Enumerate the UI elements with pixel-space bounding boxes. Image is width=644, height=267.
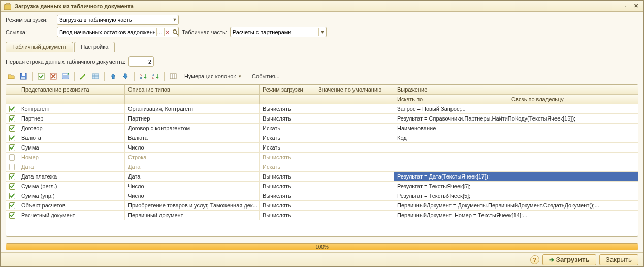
cell-types[interactable]: Число: [125, 191, 260, 200]
cell-default[interactable]: [315, 162, 394, 171]
row-check-cell[interactable]: [6, 172, 18, 181]
table-row[interactable]: ПартнерПартнерВычислятьРезультат = Справ…: [6, 114, 638, 124]
row-checkbox[interactable]: [9, 135, 15, 141]
cell-name[interactable]: Расчетный документ: [18, 211, 125, 220]
tabpart-input[interactable]: [233, 29, 317, 35]
save-icon[interactable]: [18, 71, 29, 82]
table-row[interactable]: КонтрагентОрганизация, КонтрагентВычисля…: [6, 104, 638, 114]
close-window-button[interactable]: ✕: [631, 3, 640, 10]
ellipsis-icon[interactable]: …: [156, 28, 163, 36]
maximize-button[interactable]: ▫: [620, 3, 629, 10]
cell-mode[interactable]: Вычислять: [260, 153, 315, 162]
row-checkbox[interactable]: [9, 164, 15, 170]
cell-name[interactable]: Номер: [18, 153, 125, 162]
table-row[interactable]: Сумма (регл.)ЧислоВычислятьРезультат = Т…: [6, 182, 638, 191]
col-mode[interactable]: Режим загрузки: [260, 85, 315, 94]
row-check-cell[interactable]: [6, 191, 18, 200]
list-icon[interactable]: [90, 71, 101, 82]
events-button[interactable]: События...: [247, 71, 284, 82]
col-check[interactable]: [6, 85, 18, 94]
mode-select[interactable]: ▼: [57, 15, 179, 25]
table-row[interactable]: СуммаЧислоИскать: [6, 143, 638, 153]
cell-mode[interactable]: Вычислять: [260, 114, 315, 123]
minimize-button[interactable]: _: [609, 3, 618, 10]
cell-types[interactable]: Число: [125, 143, 260, 152]
cell-mode[interactable]: Вычислять: [260, 104, 315, 113]
cell-types[interactable]: Число: [125, 182, 260, 191]
col-name[interactable]: Представление реквизита: [18, 85, 125, 94]
row-check-cell[interactable]: [6, 114, 18, 123]
load-button[interactable]: ➔ Загрузить: [542, 254, 596, 265]
cell-expression[interactable]: Результат = Дата(ТекстыЯчеек[17]);: [394, 172, 638, 181]
cell-types[interactable]: Дата: [125, 162, 260, 171]
tab-table-document[interactable]: Табличный документ: [6, 42, 73, 52]
table-row[interactable]: ДатаДатаИскать: [6, 162, 638, 172]
cell-mode[interactable]: Искать: [260, 162, 315, 171]
close-button[interactable]: Закрыть: [599, 254, 638, 265]
col-search-by[interactable]: Искать по: [394, 95, 508, 104]
cell-default[interactable]: [315, 201, 394, 210]
renumber-icon[interactable]: [60, 71, 71, 82]
table-row[interactable]: Дата платежаДатаВычислятьРезультат = Дат…: [6, 172, 638, 182]
row-checkbox[interactable]: [9, 193, 15, 199]
cell-name[interactable]: Сумма (регл.): [18, 182, 125, 191]
table-row[interactable]: НомерСтрокаВычислять: [6, 153, 638, 162]
row-check-cell[interactable]: [6, 153, 18, 162]
table-row[interactable]: Сумма (упр.)ЧислоВычислятьРезультат = Те…: [6, 191, 638, 201]
tab-settings[interactable]: Настройка: [74, 42, 115, 52]
edit-icon[interactable]: [78, 71, 89, 82]
col-default[interactable]: Значение по умолчанию: [315, 85, 394, 94]
row-checkbox[interactable]: [9, 144, 15, 151]
row-checkbox[interactable]: [9, 173, 15, 180]
col-owner-link[interactable]: Связь по владельцу: [508, 95, 638, 104]
cell-types[interactable]: Первичный документ: [125, 211, 260, 220]
open-icon[interactable]: [6, 71, 17, 82]
cell-default[interactable]: [315, 211, 394, 220]
cell-expression[interactable]: Наименование: [394, 124, 638, 133]
cell-name[interactable]: Партнер: [18, 114, 125, 123]
cell-types[interactable]: Договор с контрагентом: [125, 124, 260, 133]
cell-mode[interactable]: Вычислять: [260, 172, 315, 181]
cell-expression[interactable]: [394, 143, 638, 152]
cell-types[interactable]: Дата: [125, 172, 260, 181]
cell-name[interactable]: Дата: [18, 162, 125, 171]
cell-default[interactable]: [315, 143, 394, 152]
cell-default[interactable]: [315, 191, 394, 200]
columns-icon[interactable]: [168, 71, 179, 82]
cell-mode[interactable]: Вычислять: [260, 211, 315, 220]
numbering-button[interactable]: Нумерация колонок ▼: [180, 71, 246, 82]
row-check-cell[interactable]: [6, 104, 18, 113]
cell-mode[interactable]: Вычислять: [260, 191, 315, 200]
cell-name[interactable]: Объект расчетов: [18, 201, 125, 210]
cell-expression[interactable]: Результат = Справочники.Партнеры.НайтиПо…: [394, 114, 638, 123]
cell-expression[interactable]: [394, 153, 638, 162]
cell-types[interactable]: Организация, Контрагент: [125, 104, 260, 113]
search-icon[interactable]: [172, 28, 178, 36]
cell-expression[interactable]: Результат = ТекстыЯчеек[5];: [394, 182, 638, 191]
mode-input[interactable]: [59, 17, 170, 23]
row-checkbox[interactable]: [9, 183, 15, 190]
col-expression[interactable]: Выражение: [394, 85, 638, 94]
cell-default[interactable]: [315, 124, 394, 133]
row-checkbox[interactable]: [9, 125, 15, 132]
sort-desc-icon[interactable]: ЯА: [150, 71, 161, 82]
grid-body[interactable]: КонтрагентОрганизация, КонтрагентВычисля…: [6, 104, 638, 236]
ref-field[interactable]: … ✕: [57, 27, 179, 37]
row-checkbox[interactable]: [9, 154, 15, 161]
cell-name[interactable]: Сумма (упр.): [18, 191, 125, 200]
tabpart-select[interactable]: ▼: [230, 27, 327, 37]
move-up-icon[interactable]: [108, 71, 119, 82]
cell-name[interactable]: Дата платежа: [18, 172, 125, 181]
cell-mode[interactable]: Искать: [260, 143, 315, 152]
cell-name[interactable]: Контрагент: [18, 104, 125, 113]
cell-expression[interactable]: Код: [394, 133, 638, 142]
cell-expression[interactable]: [394, 162, 638, 171]
row-check-cell[interactable]: [6, 162, 18, 171]
firstline-input[interactable]: [131, 58, 151, 65]
cell-mode[interactable]: Вычислять: [260, 182, 315, 191]
cell-mode[interactable]: Вычислять: [260, 201, 315, 210]
chevron-down-icon[interactable]: ▼: [318, 28, 326, 36]
cell-default[interactable]: [315, 114, 394, 123]
cell-types[interactable]: Приобретение товаров и услуг, Таможенная…: [125, 201, 260, 210]
cell-types[interactable]: Строка: [125, 153, 260, 162]
